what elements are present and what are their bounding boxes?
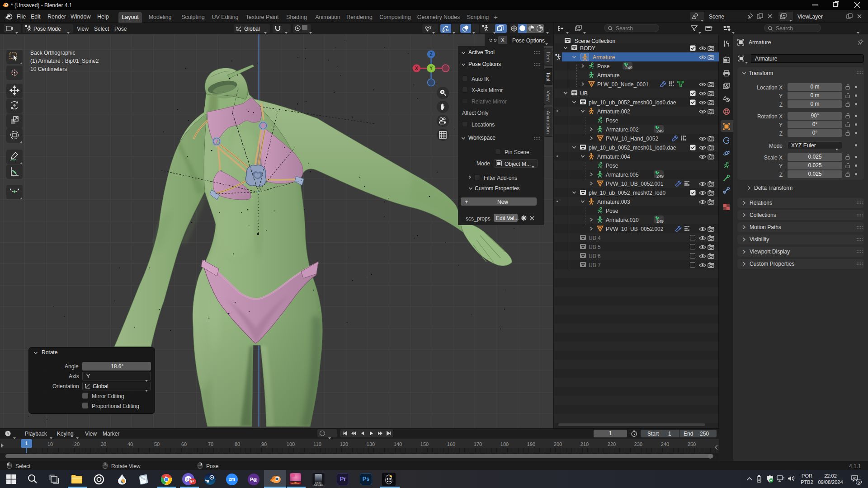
- svg-text:Z: Z: [430, 52, 433, 57]
- svg-text:Y: Y: [429, 66, 433, 71]
- svg-text:X: X: [415, 66, 418, 71]
